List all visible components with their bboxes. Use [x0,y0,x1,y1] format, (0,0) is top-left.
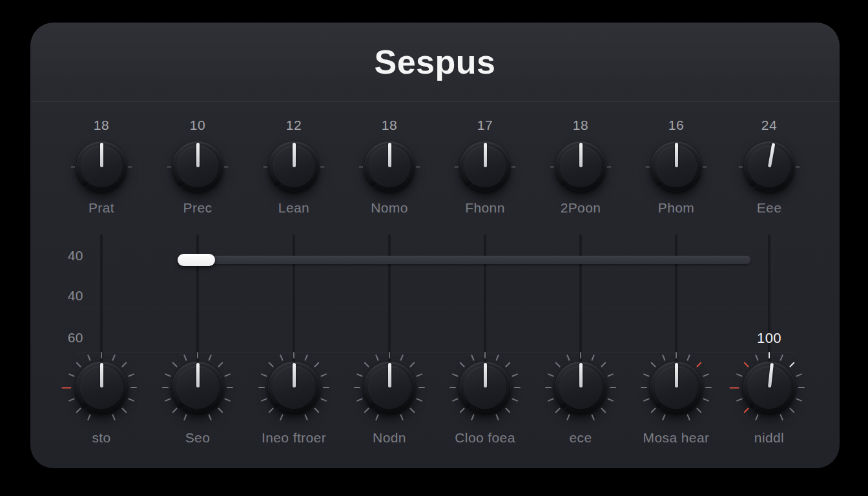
red-tick [743,408,749,413]
scale-tick [314,408,319,413]
knob-pointer-wrap [555,362,606,413]
scale-tick [375,414,379,420]
bottom-knob-column: Seo [152,23,243,468]
scale-tick [293,352,294,358]
scale-tick [389,352,390,358]
plugin-panel: Sespus 404060 18 Prat 10 Prec 12 [30,23,840,468]
scale-tick [375,355,379,361]
bottom-knob[interactable] [268,362,320,413]
scale-tick [676,352,677,358]
page-background: { "title": "Sespus", "colors": { "backgr… [0,0,868,496]
scale-tick [798,387,805,388]
scale-tick [650,408,656,413]
scale-tick [591,414,595,420]
scale-tick [505,362,510,367]
knob-readout [152,330,243,347]
scale-tick [208,355,212,361]
knob-pointer-wrap [364,362,415,413]
scale-tick [450,387,456,388]
scale-tick [218,408,223,413]
scale-tick [364,408,369,413]
scale-tick [172,408,177,413]
bottom-knob-column: ece [535,23,626,468]
scale-tick [601,408,606,413]
scale-tick [320,398,327,402]
scale-tick [512,398,518,402]
scale-tick [314,362,319,367]
scale-tick [87,355,91,361]
bottom-knob[interactable] [76,362,127,413]
scale-tick [208,414,212,420]
scale-tick [416,398,422,402]
scale-tick [650,362,656,367]
scale-tick [610,387,616,388]
scale-tick [268,362,273,367]
scale-tick [409,408,415,413]
red-tick [743,362,749,367]
red-tick [62,387,72,388]
scale-tick [780,355,783,361]
scale-tick [183,355,187,361]
scale-tick [495,414,499,420]
scale-tick [304,355,308,361]
scale-tick [87,414,91,420]
scale-tick [696,408,701,413]
knob-readout [56,330,147,347]
scale-tick [261,373,267,377]
scale-tick [459,362,464,367]
knob-pointer [100,363,103,388]
scale-tick [356,398,363,402]
scale-tick [227,387,233,388]
bottom-knob-column: Mosa hear [631,23,721,468]
bottom-knob[interactable] [364,362,415,413]
scale-tick [545,387,552,388]
scale-tick [261,398,267,402]
scale-tick [789,362,794,367]
scale-tick [495,355,499,361]
bottom-knob[interactable] [172,362,223,413]
scale-tick [641,387,647,388]
knob-pointer-wrap [650,362,702,413]
scale-tick [418,387,425,388]
scale-tick [643,398,650,402]
scale-tick [121,408,127,413]
scale-tick [687,414,690,420]
scale-tick [320,373,327,377]
scale-tick [736,373,743,377]
scale-tick [705,387,712,388]
scale-tick [643,373,650,377]
knob-pointer [293,363,296,388]
scale-tick [130,387,137,388]
scale-tick [755,414,759,420]
scale-tick [121,362,127,367]
scale-tick [548,398,554,402]
bottom-knob[interactable] [650,362,702,413]
knob-readout [631,330,721,347]
scale-tick [780,414,783,420]
bottom-knob-column: sto [56,23,147,468]
scale-tick [165,398,171,402]
scale-tick [258,387,265,388]
scale-tick [703,373,709,377]
scale-tick [566,414,570,420]
scale-tick [452,373,459,377]
scale-tick [128,398,134,402]
scale-tick [218,362,223,367]
red-tick [730,387,739,388]
knob-readout: 100 [724,330,814,347]
scale-tick [662,414,666,420]
bottom-knob[interactable] [555,362,606,413]
knob-readout [440,330,530,347]
scale-tick [224,373,231,377]
scale-tick [197,352,198,358]
knob-pointer [388,363,391,388]
scale-tick [566,355,570,361]
bottom-knob[interactable] [743,362,795,413]
scale-tick [68,373,75,377]
scale-tick [662,355,666,361]
bottom-knob[interactable] [459,362,511,413]
knob-pointer [768,363,774,388]
scale-tick [416,373,422,377]
scale-tick [601,362,606,367]
scale-tick [112,414,116,420]
